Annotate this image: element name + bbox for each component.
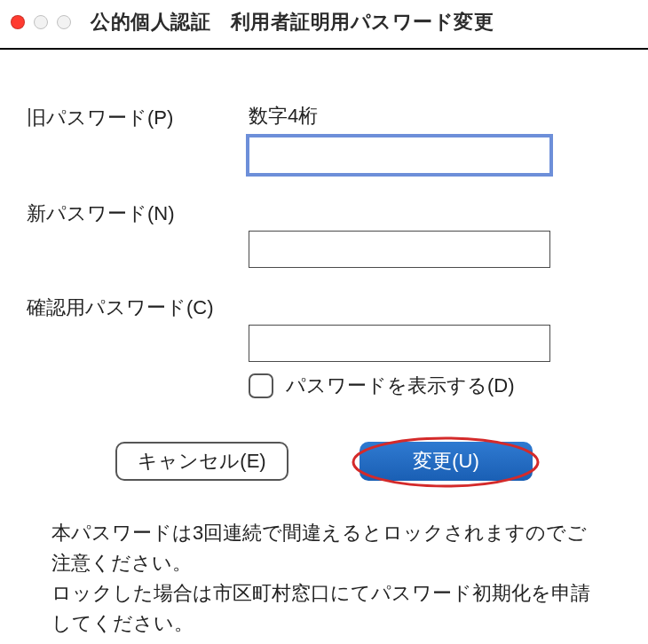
- row-old-password: 旧パスワード(P) 数字4桁: [27, 103, 621, 174]
- confirm-password-input-col: [249, 293, 621, 362]
- content-area: 旧パスワード(P) 数字4桁 新パスワード(N) 確認用パスワード(C) パスワ…: [0, 50, 648, 644]
- new-password-label: 新パスワード(N): [27, 199, 249, 227]
- titlebar: 公的個人認証 利用者証明用パスワード変更: [0, 0, 648, 50]
- window-controls: [11, 15, 71, 29]
- row-new-password: 新パスワード(N): [27, 199, 621, 268]
- button-row: キャンセル(E) 変更(U): [27, 442, 621, 481]
- show-password-checkbox[interactable]: [249, 373, 273, 398]
- notice-line-2: ロックした場合は市区町村窓口にてパスワード初期化を申請してください。: [51, 578, 600, 639]
- new-password-input-col: [249, 199, 621, 268]
- window-title: 公的個人認証 利用者証明用パスワード変更: [91, 9, 494, 35]
- old-password-input[interactable]: [249, 137, 550, 174]
- show-password-label: パスワードを表示する(D): [286, 373, 515, 399]
- notice-text: 本パスワードは3回連続で間違えるとロックされますのでご注意ください。 ロックした…: [27, 518, 621, 639]
- row-confirm-password: 確認用パスワード(C): [27, 293, 621, 362]
- cancel-button[interactable]: キャンセル(E): [115, 442, 288, 481]
- old-password-input-col: 数字4桁: [249, 103, 621, 174]
- notice-line-1: 本パスワードは3回連続で間違えるとロックされますのでご注意ください。: [51, 518, 600, 578]
- change-button[interactable]: 変更(U): [360, 442, 533, 481]
- confirm-password-label: 確認用パスワード(C): [27, 293, 249, 321]
- change-button-wrap: 変更(U): [360, 442, 533, 481]
- old-password-label: 旧パスワード(P): [27, 103, 249, 131]
- new-password-input[interactable]: [249, 231, 550, 268]
- close-icon[interactable]: [11, 15, 25, 29]
- maximize-icon[interactable]: [57, 15, 71, 29]
- show-password-row[interactable]: パスワードを表示する(D): [27, 373, 621, 399]
- old-password-hint: 数字4桁: [249, 103, 621, 130]
- confirm-password-input[interactable]: [249, 325, 550, 362]
- minimize-icon[interactable]: [34, 15, 48, 29]
